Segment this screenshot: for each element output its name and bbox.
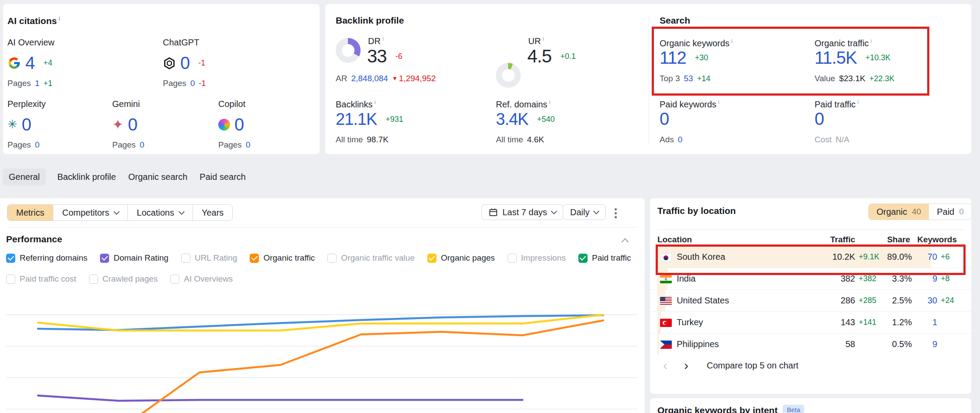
organic-count: 40 [912, 207, 921, 217]
organic-keywords-value[interactable]: 112 [660, 48, 686, 68]
keywords-cell[interactable]: 1 [932, 312, 937, 333]
granularity-button[interactable]: Daily [563, 204, 606, 220]
toggle-organic[interactable]: Organic 40 [869, 204, 929, 220]
table-row-south-korea[interactable]: South Korea 10.2K +9.1K 89.0% 70 +6 [650, 246, 971, 268]
metrics-filter-button[interactable]: Metrics [7, 205, 53, 220]
divider [657, 230, 964, 230]
checkbox-referring-domains[interactable]: Referring domains [6, 253, 87, 263]
checkbox-organic-traffic[interactable]: Organic traffic [250, 253, 315, 263]
ai-citation-gemini: Gemini ✦ 0 Pages 0 [112, 99, 144, 150]
toggle-paid[interactable]: Paid 0 [929, 204, 972, 220]
tab-organic-search[interactable]: Organic search [127, 169, 189, 186]
locations-filter-button[interactable]: Locations [127, 205, 193, 220]
table-row-india[interactable]: India 382 +382 3.3% 9 +8 [650, 268, 971, 290]
dr-label: DR [368, 35, 384, 46]
checkbox-ai-overviews[interactable]: AI Overviews [170, 274, 233, 284]
info-icon[interactable] [718, 99, 719, 105]
dr-change: -6 [395, 52, 402, 61]
checkbox-icon [250, 254, 259, 263]
info-icon[interactable] [549, 99, 550, 105]
backlinks-value[interactable]: 21.1K [336, 110, 377, 129]
date-range-button[interactable]: Last 7 days [481, 204, 564, 220]
competitors-filter-button[interactable]: Competitors [53, 205, 127, 220]
checkbox-organic-pages[interactable]: Organic pages [427, 253, 495, 263]
traffic-change-cell: +382 [859, 268, 877, 289]
organic-keywords-change: +30 [695, 53, 708, 62]
compare-top5-link[interactable]: Compare top 5 on chart [707, 361, 798, 371]
ai-citations-value[interactable]: 0 [22, 115, 31, 134]
column-header-share: Share [887, 235, 910, 244]
checkbox-crawled-pages[interactable]: Crawled pages [89, 274, 158, 284]
paid-keywords-value-row: 0 [660, 109, 669, 129]
table-row-philippines[interactable]: Philippines 58 0.5% 9 [650, 334, 971, 355]
traffic-cell: 58 [846, 334, 855, 355]
pages-value[interactable]: 0 [190, 79, 195, 88]
location-cell: Philippines [660, 334, 719, 355]
divider [6, 227, 638, 227]
checkbox-paid-traffic[interactable]: Paid traffic [578, 253, 631, 263]
checkbox-url-rating[interactable]: URL Rating [181, 253, 237, 263]
tab-general[interactable]: General [3, 169, 46, 186]
gemini-icon: ✦ [112, 118, 124, 131]
collapse-chevron-icon[interactable] [622, 238, 629, 246]
info-icon[interactable] [382, 35, 384, 42]
paid-keywords-value[interactable]: 0 [660, 109, 669, 129]
info-icon[interactable] [857, 99, 859, 105]
info-icon[interactable] [543, 35, 544, 42]
traffic-change-cell: +141 [859, 312, 877, 333]
ai-citations-value[interactable]: 0 [128, 115, 137, 134]
prev-page-icon[interactable]: ‹ [663, 359, 667, 372]
performance-chart[interactable] [0, 198, 645, 413]
backlinks-alltime: All time 98.7K [336, 135, 389, 145]
paid-traffic-value-row: 0 [815, 109, 824, 129]
ar-drop: 1,294,952 [392, 74, 436, 83]
ai-citation-chatgpt: ChatGPT 0 -1 Pages 0 -1 [163, 38, 206, 88]
ref-domains-alltime: All time 4.6K [496, 135, 544, 145]
traffic-by-location-title: Traffic by location [657, 206, 736, 216]
info-icon[interactable] [870, 38, 872, 44]
info-icon[interactable] [374, 99, 375, 105]
keywords-cell[interactable]: 70 [928, 246, 937, 268]
more-options-button[interactable] [613, 206, 619, 220]
pages-value[interactable]: 0 [35, 140, 40, 150]
info-icon[interactable] [58, 15, 60, 22]
keywords-cell[interactable]: 9 [932, 334, 937, 355]
organic-paid-toggle: Organic 40 Paid 0 [868, 203, 972, 220]
ur-label: UR [528, 35, 544, 46]
info-icon[interactable] [731, 38, 732, 44]
pages-value[interactable]: 0 [140, 140, 144, 150]
checkbox-icon [170, 275, 179, 284]
checkbox-paid-traffic-cost[interactable]: Paid traffic cost [6, 274, 76, 284]
paid-traffic-label: Paid traffic [815, 99, 859, 110]
checkbox-domain-rating[interactable]: Domain Rating [100, 253, 168, 263]
ai-citations-value[interactable]: 0 [234, 115, 244, 134]
next-page-icon[interactable]: › [684, 359, 688, 372]
pages-label: Pages [7, 140, 31, 150]
keywords-cell[interactable]: 30 [928, 290, 937, 311]
ai-source-label: AI Overview [7, 38, 55, 48]
turkey-flag-icon [660, 319, 672, 327]
ar-value[interactable]: 2,848,084 [351, 74, 388, 83]
pages-value[interactable]: 1 [35, 79, 40, 88]
table-row-united-states[interactable]: United States 286 +285 2.5% 30 +24 [650, 290, 971, 312]
ref-domains-value-row: 3.4K +540 [496, 110, 555, 129]
pages-label: Pages [218, 140, 242, 150]
perplexity-icon: ✳ [7, 119, 17, 131]
ai-citations-value[interactable]: 4 [25, 53, 34, 73]
years-filter-button[interactable]: Years [193, 205, 232, 220]
keywords-cell[interactable]: 9 [932, 268, 937, 289]
south-korea-flag-icon [660, 253, 672, 262]
traffic-cell: 143 [841, 312, 855, 333]
tab-backlink-profile[interactable]: Backlink profile [56, 169, 117, 186]
checkbox-impressions[interactable]: Impressions [508, 253, 566, 263]
ref-domains-value[interactable]: 3.4K [496, 110, 528, 129]
dr-donut-gauge [336, 38, 361, 63]
ai-citations-value[interactable]: 0 [180, 53, 189, 73]
tab-paid-search[interactable]: Paid search [199, 169, 247, 186]
traffic-by-location-panel: Traffic by location Organic 40 Paid 0 Lo… [650, 198, 971, 394]
table-row-turkey[interactable]: Turkey 143 +141 1.2% 1 [650, 312, 971, 334]
checkbox-organic-traffic-value[interactable]: Organic traffic value [327, 253, 415, 263]
organic-traffic-value[interactable]: 11.5K [815, 48, 857, 68]
paid-traffic-value[interactable]: 0 [815, 109, 824, 129]
pages-value[interactable]: 0 [246, 140, 251, 150]
